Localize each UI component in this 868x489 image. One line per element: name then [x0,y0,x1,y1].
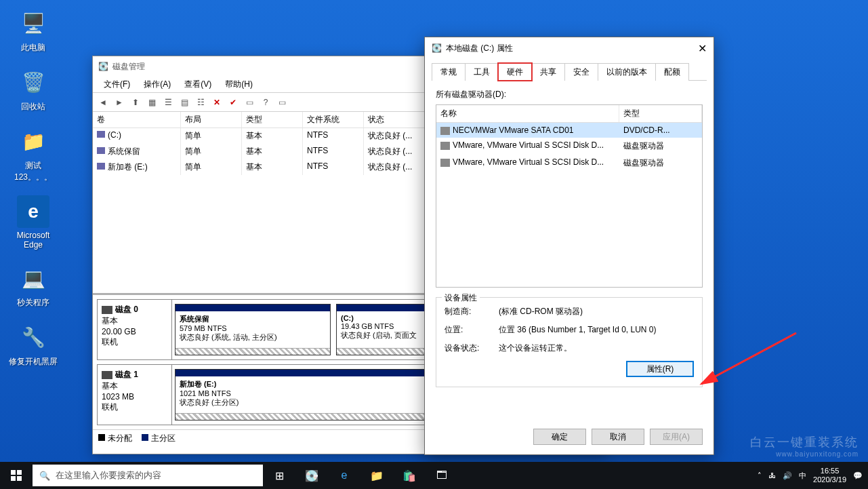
properties-dialog: 💽 本地磁盘 (C:) 属性 ✕ 常规 工具 硬件 共享 安全 以前的版本 配额… [424,37,714,455]
device-properties-group: 设备属性 制造商:(标准 CD-ROM 驱动器) 位置:位置 36 (Bus N… [436,297,703,387]
desktop-icon-recyclebin[interactable]: 🗑️回收站 [7,66,60,113]
tab-general[interactable]: 常规 [432,63,466,81]
props-icon[interactable]: ☷ [193,95,208,110]
mfg-label: 制造商: [445,306,499,317]
svg-rect-1 [11,470,16,475]
dialog-actions: 确定 取消 应用(A) [533,429,703,445]
drive-row[interactable]: NECVMWar VMware SATA CD01DVD/CD-R... [436,123,702,138]
cancel-button[interactable]: 取消 [592,429,644,445]
svg-rect-4 [17,476,22,481]
col-type[interactable]: 类型 [242,112,303,128]
icon-label: 回收站 [7,101,60,113]
back-button[interactable]: ◄ [96,95,110,110]
tab-tools[interactable]: 工具 [465,63,499,81]
menu-help[interactable]: 帮助(H) [218,79,260,90]
menu-view[interactable]: 查看(V) [178,79,218,90]
drive-row[interactable]: VMware, VMware Virtual S SCSI Disk D...磁… [436,155,702,172]
loc-label: 位置: [445,324,499,336]
taskbar-app-store[interactable]: 🛍️ [393,462,426,489]
delete-icon[interactable]: ✕ [209,95,224,110]
col-layout[interactable]: 布局 [181,112,242,128]
detail-icon[interactable]: ▤ [177,95,192,110]
dialog-title: 本地磁盘 (C:) 属性 [446,43,513,54]
drive-icon: 💽 [432,43,442,53]
taskbar-app-other[interactable]: 🗔 [426,462,458,489]
notifications-icon[interactable]: 💬 [853,471,863,480]
taskbar-app-diskmgmt[interactable]: 💽 [295,462,328,489]
tab-security[interactable]: 安全 [564,63,598,81]
close-button[interactable]: ✕ [698,42,707,55]
menu-action[interactable]: 操作(A) [137,79,178,90]
taskbar-app-explorer[interactable]: 📁 [360,462,393,489]
desktop-icon-app1[interactable]: 💻秒关程序 [7,262,60,309]
tray-date: 2020/3/19 [813,475,846,484]
desktop-icon-computer[interactable]: 🖥️此电脑 [7,7,60,54]
tray-ime-icon[interactable]: 中 [799,471,806,481]
disk-info: 磁盘 1基本1023 MB联机 [98,365,172,425]
tab-content: 所有磁盘驱动器(D): 名称 类型 NECVMWar VMware SATA C… [425,81,714,395]
drive-list[interactable]: 名称 类型 NECVMWar VMware SATA CD01DVD/CD-R.… [436,104,703,288]
tray-time: 16:55 [813,467,846,475]
col-fs[interactable]: 文件系统 [303,112,364,128]
window-title: 磁盘管理 [112,61,145,73]
tray-volume-icon[interactable]: 🔊 [783,471,792,480]
col-status[interactable]: 状态 [364,112,425,128]
windows-icon [11,470,22,481]
svg-rect-3 [11,476,16,481]
loc-value: 位置 36 (Bus Number 1, Target Id 0, LUN 0) [499,324,657,336]
icon-label: 秒关程序 [7,297,60,309]
tab-previous[interactable]: 以前的版本 [598,63,656,81]
taskbar-app-edge[interactable]: e [328,462,360,489]
tab-quota[interactable]: 配额 [655,63,689,81]
ok-button[interactable]: 确定 [533,429,586,445]
up-icon[interactable]: ⬆ [128,95,143,110]
group-label: 设备属性 [442,292,480,304]
status-label: 设备状态: [445,343,499,354]
dialog-titlebar[interactable]: 💽 本地磁盘 (C:) 属性 ✕ [425,37,714,59]
more-icon[interactable]: ▭ [274,95,289,110]
app-icon: 💽 [98,62,108,71]
tab-hardware[interactable]: 硬件 [498,63,532,81]
icon-label: 此电脑 [7,42,60,54]
task-view-icon[interactable]: ⊞ [263,462,295,489]
disk-info: 磁盘 0基本20.00 GB联机 [98,300,172,359]
list-icon[interactable]: ☰ [161,95,175,110]
search-box[interactable]: 🔍 在这里输入你要搜索的内容 [33,465,263,486]
drive-list-label: 所有磁盘驱动器(D): [436,89,703,100]
check-icon[interactable]: ✔ [226,95,241,110]
icon-label: 修复开机黑屏 [7,356,60,368]
grid-icon[interactable]: ▦ [144,95,159,110]
partition[interactable]: 系统保留579 MB NTFS状态良好 (系统, 活动, 主分区) [175,304,331,355]
menu-file[interactable]: 文件(F) [97,79,137,90]
help-icon[interactable]: ? [258,95,273,110]
status-value: 这个设备运转正常。 [499,343,572,354]
drive-row[interactable]: VMware, VMware Virtual S SCSI Disk D...磁… [436,138,702,155]
col-name[interactable]: 名称 [436,105,619,122]
tray-network-icon[interactable]: 🖧 [768,471,776,480]
apply-button[interactable]: 应用(A) [650,429,703,445]
col-volume[interactable]: 卷 [93,112,181,128]
taskbar-apps: ⊞ 💽 e 📁 🛍️ 🗔 [263,462,458,489]
tab-sharing[interactable]: 共享 [531,63,565,81]
desktop-icon-edge[interactable]: eMicrosoft Edge [7,195,60,250]
search-placeholder: 在这里输入你要搜索的内容 [56,469,161,482]
icon-label: 测试123。。。 [7,160,60,183]
legend-unallocated: 未分配 [108,433,132,443]
desktop-icon-folder[interactable]: 📁测试123。。。 [7,125,60,183]
desktop-icons: 🖥️此电脑 🗑️回收站 📁测试123。。。 eMicrosoft Edge 💻秒… [7,7,61,380]
forward-button[interactable]: ► [112,95,127,110]
start-button[interactable] [0,462,33,489]
legend-primary: 主分区 [151,433,175,443]
watermark: 白云一键重装系统www.baiyunxitong.com [750,434,859,458]
system-tray[interactable]: ˄ 🖧 🔊 中 16:55 2020/3/19 💬 [758,467,868,484]
svg-rect-2 [17,470,22,475]
desktop-icon-app2[interactable]: 🔧修复开机黑屏 [7,321,60,368]
search-icon: 🔍 [39,471,50,481]
properties-button[interactable]: 属性(R) [626,361,694,377]
taskbar: 🔍 在这里输入你要搜索的内容 ⊞ 💽 e 📁 🛍️ 🗔 ˄ 🖧 🔊 中 16:5… [0,462,868,489]
col-type[interactable]: 类型 [619,105,702,122]
tray-chevron-icon[interactable]: ˄ [758,471,762,480]
misc-icon[interactable]: ▭ [242,95,257,110]
mfg-value: (标准 CD-ROM 驱动器) [499,306,583,317]
icon-label: Microsoft Edge [7,231,60,250]
